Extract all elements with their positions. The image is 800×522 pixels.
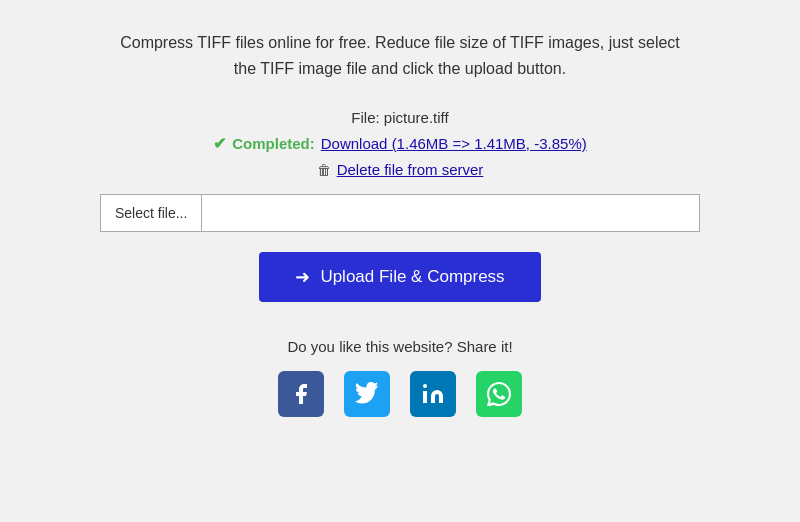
checkmark-icon: ✔ bbox=[213, 134, 226, 153]
arrow-icon: ➜ bbox=[295, 266, 310, 288]
description-text: Compress TIFF files online for free. Red… bbox=[120, 30, 680, 81]
social-icons bbox=[278, 371, 522, 417]
completed-row: ✔ Completed: Download (1.46MB => 1.41MB,… bbox=[213, 134, 586, 153]
linkedin-icon[interactable] bbox=[410, 371, 456, 417]
delete-link[interactable]: Delete file from server bbox=[337, 161, 484, 178]
file-info: File: picture.tiff ✔ Completed: Download… bbox=[213, 109, 586, 178]
file-name: picture.tiff bbox=[384, 109, 449, 126]
upload-button[interactable]: ➜ Upload File & Compress bbox=[259, 252, 540, 302]
twitter-icon[interactable] bbox=[344, 371, 390, 417]
file-label: File: bbox=[351, 109, 379, 126]
share-section: Do you like this website? Share it! bbox=[278, 338, 522, 417]
whatsapp-icon[interactable] bbox=[476, 371, 522, 417]
file-name-row: File: picture.tiff bbox=[213, 109, 586, 126]
main-container: Compress TIFF files online for free. Red… bbox=[0, 20, 800, 427]
select-file-button[interactable]: Select file... bbox=[100, 194, 201, 232]
completed-label: Completed: bbox=[232, 135, 315, 152]
upload-button-label: Upload File & Compress bbox=[320, 267, 504, 287]
trash-icon: 🗑 bbox=[317, 162, 331, 178]
file-input-row: Select file... bbox=[100, 194, 700, 232]
delete-row: 🗑 Delete file from server bbox=[213, 161, 586, 178]
download-link[interactable]: Download (1.46MB => 1.41MB, -3.85%) bbox=[321, 135, 587, 152]
svg-point-0 bbox=[423, 384, 427, 388]
facebook-icon[interactable] bbox=[278, 371, 324, 417]
file-text-input[interactable] bbox=[201, 194, 700, 232]
share-text: Do you like this website? Share it! bbox=[278, 338, 522, 355]
